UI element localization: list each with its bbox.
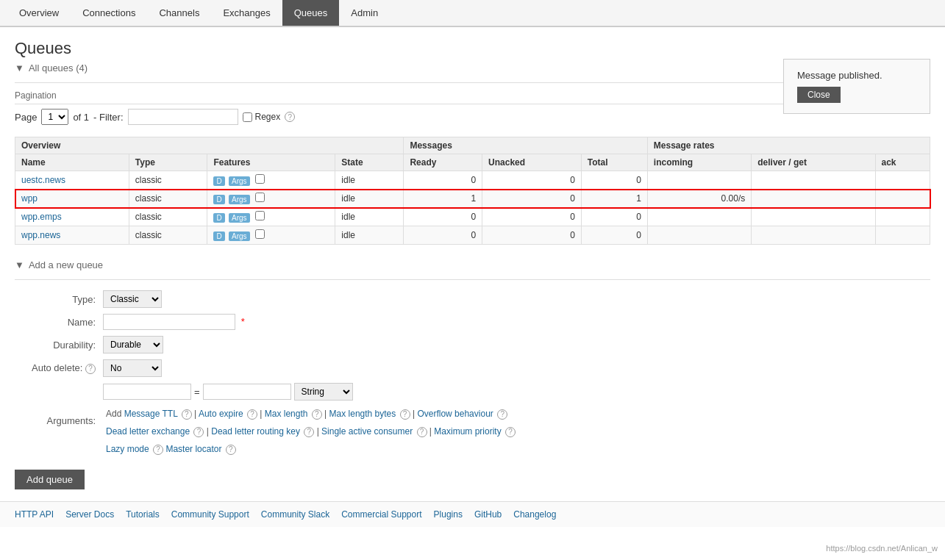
- cell-incoming: [647, 171, 751, 190]
- nav-connections[interactable]: Connections: [71, 0, 147, 26]
- toggle-icon[interactable]: ▼: [15, 62, 24, 73]
- queue-link[interactable]: wpp: [21, 193, 38, 204]
- regex-help-icon[interactable]: ?: [285, 112, 295, 122]
- queues-table: Overview Messages Message rates Name Typ…: [15, 137, 930, 245]
- feature-checkbox[interactable]: [255, 174, 265, 184]
- badge-d: D: [213, 231, 224, 241]
- cell-unacked: 0: [482, 190, 582, 208]
- maximum-priority-help-icon[interactable]: ?: [505, 427, 516, 437]
- footer-link-http-api[interactable]: HTTP API: [15, 509, 54, 520]
- arg-link-max-length[interactable]: Max length: [265, 409, 308, 419]
- filter-label: - Filter:: [93, 112, 123, 123]
- required-star: *: [241, 316, 245, 327]
- footer-link-tutorials[interactable]: Tutorials: [126, 509, 160, 520]
- type-select[interactable]: Classic Quorum Stream: [103, 290, 162, 308]
- page-select[interactable]: 1: [41, 109, 68, 125]
- overflow-behaviour-help-icon[interactable]: ?: [497, 409, 507, 420]
- name-field: *: [103, 311, 930, 333]
- nav-admin[interactable]: Admin: [339, 0, 390, 26]
- footer: HTTP API Server Docs Tutorials Community…: [0, 501, 945, 527]
- arg-type-select[interactable]: String Number Boolean: [294, 383, 353, 401]
- queue-link[interactable]: wpp.news: [21, 230, 60, 240]
- add-queue-toggle-icon[interactable]: ▼: [15, 259, 24, 270]
- arg-link-maximum-priority[interactable]: Maximum priority: [434, 426, 501, 437]
- dead-letter-routing-key-help-icon[interactable]: ?: [304, 427, 314, 437]
- table-row[interactable]: wpp.news classic D Args idle 0 0 0: [15, 226, 930, 245]
- arg-link-lazy-mode[interactable]: Lazy mode: [106, 444, 149, 454]
- footer-link-plugins[interactable]: Plugins: [434, 509, 463, 520]
- args-input-row: = String Number Boolean: [103, 383, 930, 401]
- nav-overview[interactable]: Overview: [7, 0, 71, 26]
- cell-state: idle: [335, 190, 404, 208]
- queue-link[interactable]: uestc.news: [21, 175, 65, 185]
- arguments-label: Arguments:: [15, 380, 103, 461]
- table-row[interactable]: wpp.emps classic D Args idle 0 0 0: [15, 208, 930, 226]
- add-queue-form: Type: Classic Quorum Stream Name: *: [15, 287, 930, 461]
- cell-unacked: 0: [482, 171, 582, 190]
- cell-features: D Args: [207, 226, 335, 245]
- arg-link-single-active-consumer[interactable]: Single active consumer: [321, 426, 413, 437]
- table-row[interactable]: uestc.news classic D Args idle 0 0 0: [15, 171, 930, 190]
- arg-link-overflow-behaviour[interactable]: Overflow behaviour: [417, 409, 493, 419]
- cell-name: wpp.emps: [15, 208, 129, 226]
- page-label: Page: [15, 112, 37, 123]
- nav-queues[interactable]: Queues: [282, 0, 340, 26]
- arg-link-dead-letter-routing-key[interactable]: Dead letter routing key: [211, 426, 300, 437]
- close-button[interactable]: Close: [797, 87, 841, 103]
- cell-total: 0: [581, 226, 647, 245]
- add-queue-button[interactable]: Add queue: [15, 470, 85, 489]
- cell-deliver-get: [752, 226, 875, 245]
- th-unacked: Unacked: [482, 154, 582, 171]
- cell-incoming: [647, 208, 751, 226]
- arg-link-auto-expire[interactable]: Auto expire: [199, 409, 243, 419]
- nav-exchanges[interactable]: Exchanges: [211, 0, 282, 26]
- feature-checkbox[interactable]: [255, 229, 265, 239]
- footer-link-github[interactable]: GitHub: [474, 509, 502, 520]
- cell-name: wpp: [15, 190, 129, 208]
- footer-link-community-support[interactable]: Community Support: [171, 509, 249, 520]
- arg-link-max-length-bytes[interactable]: Max length bytes: [329, 409, 396, 419]
- th-name: Name: [15, 154, 129, 171]
- auto-delete-help-icon[interactable]: ?: [85, 364, 96, 374]
- cell-ack: [875, 226, 930, 245]
- cell-incoming: [647, 226, 751, 245]
- cell-unacked: 0: [482, 226, 582, 245]
- message-ttl-help-icon[interactable]: ?: [182, 409, 192, 420]
- master-locator-help-icon[interactable]: ?: [226, 445, 236, 455]
- footer-link-changelog[interactable]: Changelog: [513, 509, 556, 520]
- arg-value-input[interactable]: [203, 384, 291, 400]
- th-total: Total: [581, 154, 647, 171]
- filter-input[interactable]: [128, 109, 238, 125]
- feature-checkbox[interactable]: [255, 193, 265, 202]
- auto-expire-help-icon[interactable]: ?: [247, 409, 257, 420]
- durability-select[interactable]: Durable Transient: [103, 336, 163, 353]
- max-length-help-icon[interactable]: ?: [312, 409, 322, 420]
- feature-checkbox[interactable]: [255, 211, 265, 220]
- footer-link-community-slack[interactable]: Community Slack: [261, 509, 329, 520]
- auto-delete-select[interactable]: No Yes: [103, 359, 162, 377]
- arg-key-input[interactable]: [103, 384, 191, 400]
- footer-link-server-docs[interactable]: Server Docs: [65, 509, 114, 520]
- type-field: Classic Quorum Stream: [103, 287, 930, 311]
- single-active-consumer-help-icon[interactable]: ?: [417, 427, 427, 437]
- cell-state: idle: [335, 171, 404, 190]
- cell-features: D Args: [207, 208, 335, 226]
- badge-args: Args: [229, 195, 250, 204]
- arg-link-message-ttl[interactable]: Message TTL: [124, 409, 178, 419]
- footer-link-commercial-support[interactable]: Commercial Support: [341, 509, 421, 520]
- notification-message: Message published.: [797, 70, 916, 81]
- max-length-bytes-help-icon[interactable]: ?: [400, 409, 410, 420]
- regex-checkbox[interactable]: [243, 112, 252, 122]
- lazy-mode-help-icon[interactable]: ?: [153, 445, 163, 455]
- queue-link[interactable]: wpp.emps: [21, 212, 62, 222]
- arg-link-master-locator[interactable]: Master locator: [165, 444, 221, 454]
- cell-ack: [875, 171, 930, 190]
- dead-letter-exchange-help-icon[interactable]: ?: [193, 427, 204, 437]
- arg-link-dead-letter-exchange[interactable]: Dead letter exchange: [106, 426, 190, 437]
- nav-channels[interactable]: Channels: [147, 0, 211, 26]
- arg-links: Add Message TTL ? | Auto expire ? | Max …: [106, 405, 930, 458]
- name-input[interactable]: [103, 314, 235, 330]
- table-row[interactable]: wpp classic D Args idle 1 0 1 0.00/s: [15, 190, 930, 208]
- cell-name: wpp.news: [15, 226, 129, 245]
- th-ack: ack: [875, 154, 930, 171]
